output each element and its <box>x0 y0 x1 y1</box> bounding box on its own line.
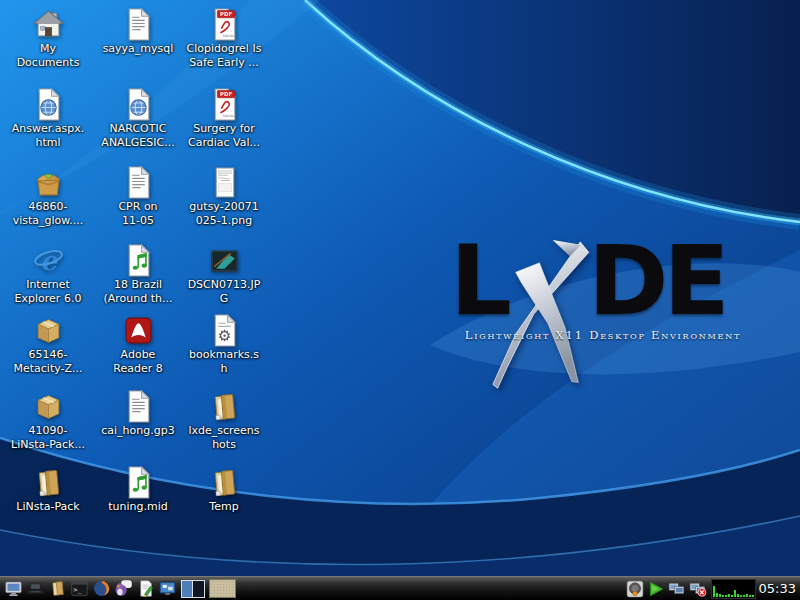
cpu-bar <box>734 590 736 597</box>
cpu-bar <box>749 595 751 597</box>
open-box-icon <box>32 166 65 199</box>
icon-label: LiNsta-Pack <box>4 500 92 514</box>
tb-laptop-icon <box>26 579 45 598</box>
desktop-icon-bookmarks-sh[interactable]: ⚙ bookmarks.s h <box>180 314 268 376</box>
image-doc-icon <box>208 166 241 199</box>
svg-text:Adobe: Adobe <box>222 114 233 118</box>
tb-folder-icon <box>48 579 67 598</box>
script-doc-icon: ⚙ <box>208 314 241 347</box>
desktop-icon-lxde-screenshots[interactable]: lxde_screens hots <box>180 390 268 452</box>
display-launcher[interactable] <box>156 577 178 600</box>
desktop-icon-65146-metacity[interactable]: 65146- Metacity-Z... <box>4 314 92 376</box>
icon-label: Surgery for Cardiac Val... <box>180 122 268 150</box>
firefox-launcher[interactable] <box>90 577 112 600</box>
text-doc-icon <box>122 166 155 199</box>
play-tray-icon[interactable] <box>646 578 666 600</box>
cpu-monitor <box>711 579 756 599</box>
adobe-icon <box>122 314 155 347</box>
icon-label: lxde_screens hots <box>180 424 268 452</box>
workspace-2[interactable] <box>193 580 205 598</box>
clock: 05:33 <box>759 581 796 596</box>
desktop-icon-my-documents[interactable]: My Documents <box>4 8 92 70</box>
icon-label: 65146- Metacity-Z... <box>4 348 92 376</box>
desktop-icon-cpr-on-11-05[interactable]: CPR on 11-05 <box>94 166 182 228</box>
cpu-bar <box>737 594 739 597</box>
photo-icon <box>208 244 241 277</box>
tb-display-icon <box>158 579 177 598</box>
workspace-pager <box>181 580 205 598</box>
house-icon <box>32 8 65 41</box>
tb-network-icon <box>668 580 686 598</box>
tb-pidgin-icon <box>114 579 133 598</box>
desktop-icon-temp[interactable]: Temp <box>180 466 268 514</box>
desktop-icon-grid: My Documents sayya_mysql PDF Adobe Clopi… <box>0 0 800 576</box>
tb-network-off-icon <box>689 580 707 598</box>
tb-terminal-icon: >_ <box>70 579 89 598</box>
icon-label: tuning.mid <box>94 500 182 514</box>
tb-orb-icon <box>626 580 644 598</box>
cpu-bar <box>740 595 742 597</box>
network-offline-tray-icon[interactable] <box>688 578 708 600</box>
desktop-icon-surgery-cardiac-pdf[interactable]: PDF Adobe Surgery for Cardiac Val... <box>180 88 268 150</box>
cpu-bar <box>716 593 718 597</box>
desktop-icon-adobe-reader-8[interactable]: Adobe Reader 8 <box>94 314 182 376</box>
text-doc-icon <box>122 390 155 423</box>
window-button[interactable] <box>209 579 236 598</box>
text-doc-icon <box>122 8 155 41</box>
folder-icon <box>208 390 241 423</box>
icon-label: 46860- vista_glow.... <box>4 200 92 228</box>
desktop-icon-narcotic-analgesic[interactable]: NARCOTIC ANALGESIC... <box>94 88 182 150</box>
icon-label: sayya_mysql <box>94 42 182 56</box>
desktop-icon-sayya-mysql[interactable]: sayya_mysql <box>94 8 182 56</box>
icon-label: NARCOTIC ANALGESIC... <box>94 122 182 150</box>
workspace-1[interactable] <box>181 580 193 598</box>
package-icon <box>32 314 65 347</box>
cpu-bar <box>713 586 715 597</box>
text-editor-launcher[interactable] <box>134 577 156 600</box>
svg-text:PDF: PDF <box>220 91 232 97</box>
desktop-icon-tuning-mid[interactable]: tuning.mid <box>94 466 182 514</box>
cpu-bar <box>752 595 754 597</box>
icon-label: CPR on 11-05 <box>94 200 182 228</box>
tb-editor-icon <box>136 579 155 598</box>
icon-label: Clopidogrel Is Safe Early ... <box>180 42 268 70</box>
cpu-bar <box>731 595 733 597</box>
desktop-icon-41090-linsta-pack[interactable]: 41090- LiNsta-Pack... <box>4 390 92 452</box>
folder-icon <box>208 466 241 499</box>
tb-play-icon <box>647 580 665 598</box>
icon-label: 18 Brazil (Around th... <box>94 278 182 306</box>
desktop-icon-cai-hong-gp3[interactable]: cai_hong.gp3 <box>94 390 182 438</box>
svg-text:⚙: ⚙ <box>217 327 231 345</box>
desktop-icon-clopidogrel-pdf[interactable]: PDF Adobe Clopidogrel Is Safe Early ... <box>180 8 268 70</box>
desktop-icon-18-brazil[interactable]: 18 Brazil (Around th... <box>94 244 182 306</box>
cpu-bar <box>728 594 730 597</box>
svg-text:Adobe: Adobe <box>222 34 233 38</box>
orb-tray-icon[interactable] <box>625 578 645 600</box>
pidgin-launcher[interactable] <box>112 577 134 600</box>
package-icon <box>32 390 65 423</box>
icon-label: Answer.aspx. html <box>4 122 92 150</box>
cpu-bar <box>746 594 748 597</box>
desktop-icon-46860-vista-glow[interactable]: 46860- vista_glow.... <box>4 166 92 228</box>
network-tray-icon[interactable] <box>667 578 687 600</box>
ie-icon: e <box>32 244 65 277</box>
desktop-icon-dscn0713-jpg[interactable]: DSCN0713.JP G <box>180 244 268 306</box>
desktop-icon-internet-explorer-6[interactable]: e Internet Explorer 6.0 <box>4 244 92 306</box>
launcher-area: >_ <box>2 577 178 600</box>
folder-icon <box>32 466 65 499</box>
icon-label: gutsy-20071 025-1.png <box>180 200 268 228</box>
menu-launcher[interactable] <box>2 577 24 600</box>
laptop-launcher[interactable] <box>24 577 46 600</box>
desktop: L DE Lightweight X11 Desktop Environment… <box>0 0 800 600</box>
desktop-icon-answer-aspx-html[interactable]: Answer.aspx. html <box>4 88 92 150</box>
cpu-bar <box>719 594 721 597</box>
music-doc-icon <box>122 244 155 277</box>
icon-label: bookmarks.s h <box>180 348 268 376</box>
pdf-icon: PDF Adobe <box>208 8 241 41</box>
system-tray <box>625 578 708 600</box>
tb-firefox-icon <box>92 579 111 598</box>
file-manager-launcher[interactable] <box>46 577 68 600</box>
desktop-icon-linsta-pack[interactable]: LiNsta-Pack <box>4 466 92 514</box>
terminal-launcher[interactable]: >_ <box>68 577 90 600</box>
desktop-icon-gutsy-png[interactable]: gutsy-20071 025-1.png <box>180 166 268 228</box>
